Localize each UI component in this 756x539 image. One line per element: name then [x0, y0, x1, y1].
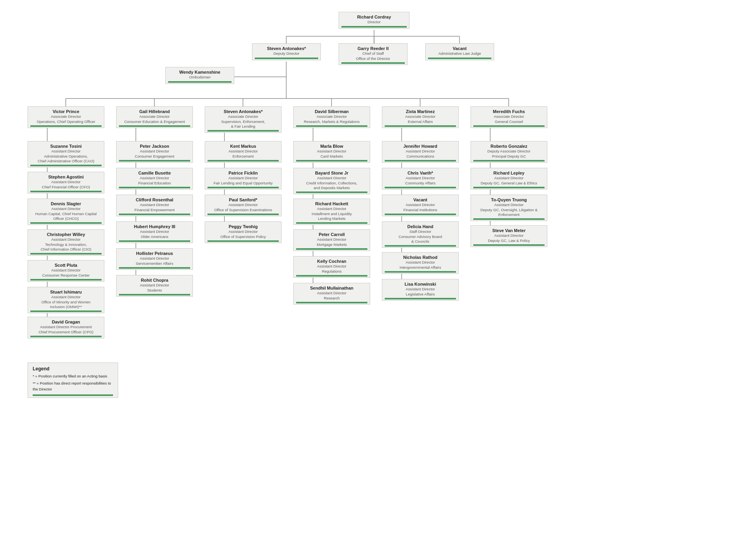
node-stephen: Stephen Agostini Assistant DirectorChief…: [28, 172, 104, 193]
name-gail: Gail Hillebrand: [119, 109, 190, 114]
name-paul: Paul Sanford*: [208, 197, 279, 203]
node-roberto: Roberto Gonzalez Deputy Associate Direct…: [471, 141, 547, 163]
node-camille: Camille Busette Assistant DirectorFinanc…: [116, 168, 193, 190]
node-garry-reeder: Garry Reeder II Chief of StaffOffice of …: [339, 43, 408, 65]
node-david-gragan: David Gragan Assistant Director Procurem…: [28, 317, 104, 338]
node-david: David Silberman Associate DirectorResear…: [293, 106, 370, 128]
node-meredith: Meredith Fuchs Associate DirectorGeneral…: [471, 106, 547, 128]
node-wendy: Wendy Kamenshine Ombudsman: [165, 67, 234, 84]
node-jennifer: Jennifer Howard Assistant DirectorCommun…: [382, 141, 459, 163]
name-bayard: Bayard Stone Jr: [296, 170, 367, 176]
name-rohit: Rohit Chopra: [119, 277, 190, 283]
node-kelly: Kelly Cochran Assistant DirectorRegulati…: [293, 256, 370, 278]
name-delicia: Delicia Hand: [385, 224, 456, 229]
name-suzanne: Suzanne Tosini: [30, 143, 102, 149]
name-roberto: Roberto Gonzalez: [473, 143, 545, 149]
name-camille: Camille Busette: [119, 170, 190, 176]
title-nicholas: Assistant DirectorIntergovernmental Affa…: [385, 260, 456, 270]
title-wendy: Ombudsman: [168, 75, 232, 80]
title-garry: Chief of StaffOffice of the Director: [341, 51, 405, 61]
name-victor: Victor Prince: [30, 109, 102, 114]
name-lisa: Lisa Konwinski: [385, 281, 456, 287]
title-gail: Associate DirectorConsumer Education & E…: [119, 114, 190, 124]
node-delicia: Delicia Hand Staff DirectorConsumer Advi…: [382, 221, 459, 248]
name-richard-l: Richard Lepley: [473, 170, 545, 176]
title-richard-l: Assistant DirectorDeputy GC, General Law…: [473, 176, 545, 186]
title-camille: Assistant DirectorFinancial Education: [119, 176, 190, 186]
title-kent: Assistant DirectorEnforcement: [208, 149, 279, 159]
name-jennifer: Jennifer Howard: [385, 143, 456, 149]
node-gail: Gail Hillebrand Associate DirectorConsum…: [116, 106, 193, 128]
name-steven-dep: Steven Antonakes*: [255, 46, 318, 51]
node-vacant-alj: Vacant Administrative Law Judge: [425, 43, 494, 60]
name-marla: Marla Blow: [296, 143, 367, 149]
node-peter-jackson: Peter Jackson Assistant DirectorConsumer…: [116, 141, 193, 163]
title-bayard: Assistant DirectorCredit Information, Co…: [296, 176, 367, 190]
name-kelly: Kelly Cochran: [296, 258, 367, 264]
name-richard-cordray: Richard Cordray: [341, 14, 407, 20]
name-sendhil: Sendhil Mullainathan: [296, 285, 367, 291]
title-david-gragan: Assistant Director ProcurementChief Proc…: [30, 325, 102, 335]
title-vacant-fi: Assistant DirectorFinancial Institutions: [385, 203, 456, 212]
node-scott: Scott Pluta Assistant DirectorConsumer R…: [28, 260, 104, 282]
title-rohit: Assistant DirectorStudents: [119, 283, 190, 293]
name-stuart: Stuart Ishimaru: [30, 289, 102, 295]
node-rohit: Rohit Chopra Assistant DirectorStudents: [116, 275, 193, 297]
node-zixta: Zixta Martinez Associate DirectorExterna…: [382, 106, 459, 128]
node-victor: Victor Prince Associate DirectorOperatio…: [28, 106, 104, 128]
name-david: David Silberman: [296, 109, 367, 114]
name-to-quyen: To-Quyen Truong: [473, 197, 545, 203]
title-roberto: Deputy Associate DirectorPrincipal Deput…: [473, 149, 545, 159]
title-suzanne: Assistant DirectorAdministrative Operati…: [30, 149, 102, 164]
node-peggy: Peggy Twohig Assistant DirectorOffice of…: [205, 221, 282, 243]
name-david-gragan: David Gragan: [30, 319, 102, 325]
node-richard-cordray: Richard Cordray Director: [339, 12, 410, 29]
name-steven-assoc: Steven Antonakes*: [208, 109, 279, 114]
title-marla: Assistant DirectorCard Markets: [296, 149, 367, 159]
node-steven-assoc: Steven Antonakes* Associate DirectorSupe…: [205, 106, 282, 133]
name-vacant-alj: Vacant: [428, 46, 491, 51]
title-dennis: Assistant DirectorHuman Capital, Chief H…: [30, 206, 102, 221]
node-marla: Marla Blow Assistant DirectorCard Market…: [293, 141, 370, 163]
title-peter-jackson: Assistant DirectorConsumer Engagement: [119, 149, 190, 159]
title-steven-assoc: Associate DirectorSupervision, Enforceme…: [208, 114, 279, 129]
node-dennis: Dennis Slagter Assistant DirectorHuman C…: [28, 199, 104, 225]
name-garry: Garry Reeder II: [341, 46, 405, 51]
node-lisa: Lisa Konwinski Assistant DirectorLegisla…: [382, 279, 459, 301]
name-peter-jackson: Peter Jackson: [119, 143, 190, 149]
name-wendy: Wendy Kamenshine: [168, 69, 232, 75]
title-david: Associate DirectorResearch, Markets & Re…: [296, 114, 367, 124]
name-clifford: Clifford Rosenthal: [119, 197, 190, 203]
legend-item-1: * = Position currently filled on an Acti…: [33, 374, 113, 379]
node-bayard: Bayard Stone Jr Assistant DirectorCredit…: [293, 168, 370, 194]
title-chris: Assistant DirectorCommunity Affairs: [385, 176, 456, 186]
title-scott: Assistant DirectorConsumer Response Cent…: [30, 268, 102, 278]
name-kent: Kent Markus: [208, 143, 279, 149]
title-to-quyen: Assistant DirectorDeputy GC, Oversight, …: [473, 203, 545, 217]
node-clifford: Clifford Rosenthal Assistant DirectorFin…: [116, 195, 193, 216]
legend-title: Legend: [33, 366, 113, 372]
node-peter-carroll: Peter Carroll Assistant DirectorMortgage…: [293, 229, 370, 251]
name-peggy: Peggy Twohig: [208, 224, 279, 229]
name-hubert: Hubert Humphrey III: [119, 224, 190, 229]
title-clifford: Assistant DirectorFinancial Empowerment: [119, 203, 190, 212]
node-hubert: Hubert Humphrey III Assistant DirectorOl…: [116, 221, 193, 243]
legend-item-2: ** = Position has direct report responsi…: [33, 381, 113, 392]
node-patrice: Patrice Ficklin Assistant DirectorFair L…: [205, 168, 282, 190]
title-peggy: Assistant DirectorOffice of Supervision …: [208, 229, 279, 239]
name-hollister: Hollister Petraeus: [119, 251, 190, 256]
title-stuart: Assistant DirectorOffice of Minority and…: [30, 295, 102, 309]
node-christopher: Christopher Willey Assistant DirectorTec…: [28, 229, 104, 256]
name-richard-h: Richard Hackett: [296, 201, 367, 206]
node-vacant-fi: Vacant Assistant DirectorFinancial Insti…: [382, 195, 459, 216]
legend: Legend * = Position currently filled on …: [28, 362, 118, 398]
title-patrice: Assistant DirectorFair Lending and Equal…: [208, 176, 279, 186]
node-to-quyen: To-Quyen Truong Assistant DirectorDeputy…: [471, 195, 547, 221]
title-meredith: Associate DirectorGeneral Counsel: [473, 114, 545, 124]
node-sendhil: Sendhil Mullainathan Assistant DirectorR…: [293, 283, 370, 305]
name-zixta: Zixta Martinez: [385, 109, 456, 114]
node-nicholas: Nicholas Rathod Assistant DirectorInterg…: [382, 252, 459, 274]
name-scott: Scott Pluta: [30, 262, 102, 268]
title-lisa: Assistant DirectorLegislative Affairs: [385, 287, 456, 297]
title-kelly: Assistant DirectorRegulations: [296, 264, 367, 274]
